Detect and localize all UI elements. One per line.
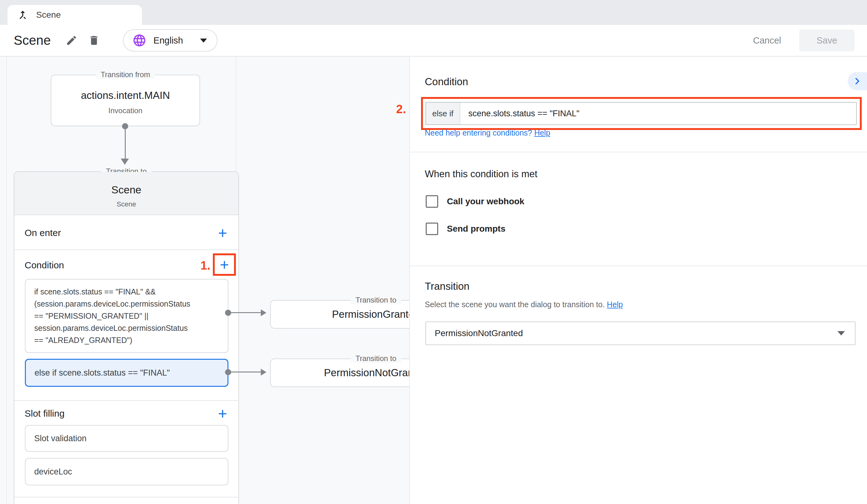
node-permission-not-granted[interactable]: Transition to PermissionNotGranted: [270, 359, 409, 387]
panel-divider: [410, 265, 867, 266]
page-title: Scene: [14, 33, 51, 48]
arrowhead-down-icon: [121, 158, 129, 165]
connector-dot: [225, 369, 231, 375]
prompts-option[interactable]: Send prompts: [426, 223, 505, 235]
annotation-2: 2.: [396, 102, 406, 116]
target-scene-name: PermissionGranted: [332, 308, 409, 320]
condition-item-else-if[interactable]: else if scene.slots.status == "FINAL": [25, 359, 228, 387]
connector-dot: [122, 123, 128, 129]
collapse-panel-button[interactable]: [848, 72, 867, 90]
help-link[interactable]: Help: [534, 129, 550, 137]
connector-line: [231, 372, 262, 372]
connector-line: [231, 312, 262, 313]
add-on-enter-button[interactable]: +: [218, 225, 227, 241]
arrowhead-right-icon: [261, 309, 266, 316]
slot-item-deviceloc[interactable]: deviceLoc: [25, 458, 228, 485]
transition-subtitle: Select the scene you want the dialog to …: [425, 300, 623, 309]
main-area: Transition from actions.intent.MAIN Invo…: [0, 57, 867, 504]
tab-strip: Scene: [0, 0, 867, 25]
cancel-button[interactable]: Cancel: [753, 35, 781, 46]
transition-heading: Transition: [425, 281, 470, 292]
section-divider: [14, 497, 238, 497]
condition-editor: else if scene.slots.status == "FINAL": [425, 102, 857, 125]
slot-filling-label: Slot filling: [24, 408, 64, 419]
annotation-1-box: +: [213, 253, 236, 276]
annotation-1: 1.: [191, 259, 210, 272]
slot-item-label: deviceLoc: [25, 467, 72, 476]
section-divider: [14, 249, 238, 250]
language-label: English: [153, 35, 183, 46]
language-selector[interactable]: English: [123, 29, 217, 52]
checkbox-icon[interactable]: [426, 223, 438, 235]
globe-icon: [132, 33, 147, 47]
conditions-help-line[interactable]: Need help entering conditions? Help: [425, 129, 550, 138]
condition-expression-input[interactable]: scene.slots.status == "FINAL": [460, 102, 856, 124]
slot-item-label: Slot validation: [25, 434, 86, 443]
scene-card-header: Scene Scene: [14, 172, 238, 215]
flow-canvas: Transition from actions.intent.MAIN Invo…: [0, 57, 409, 504]
section-divider: [14, 400, 238, 401]
panel-condition-heading: Condition: [425, 76, 468, 88]
dropdown-caret-icon: [837, 331, 845, 336]
node-legend: Transition to: [350, 354, 401, 363]
node-permission-granted[interactable]: Transition to PermissionGranted: [270, 300, 409, 329]
webhook-option[interactable]: Call your webhook: [426, 195, 524, 208]
scene-card-subtitle: Scene: [14, 200, 238, 208]
edit-scene-button[interactable]: [66, 34, 77, 46]
chevron-down-icon: [200, 39, 207, 43]
header: Scene English Cancel Save: [0, 25, 867, 57]
when-met-heading: When this condition is met: [425, 168, 537, 180]
tab-label: Scene: [36, 10, 61, 20]
target-scene-name: PermissionNotGranted: [324, 367, 409, 379]
intent-type: Invocation: [51, 106, 200, 115]
on-enter-label: On enter: [24, 228, 61, 238]
scene-card[interactable]: Transition to Scene Scene On enter + Con…: [14, 171, 239, 504]
connector-dot: [225, 310, 231, 316]
merge-icon: [17, 9, 29, 21]
condition-else-text: else if scene.slots.status == "FINAL": [26, 367, 170, 379]
delete-scene-button[interactable]: [88, 34, 100, 46]
node-legend: Transition from: [96, 70, 155, 79]
condition-item-if[interactable]: if scene.slots.status == "FINAL" && (ses…: [25, 279, 228, 353]
panel-divider: [410, 152, 867, 152]
connector-line: [125, 129, 126, 159]
node-transition-from[interactable]: Transition from actions.intent.MAIN Invo…: [51, 75, 200, 126]
add-slot-button[interactable]: +: [218, 406, 227, 421]
transition-help-link[interactable]: Help: [607, 300, 623, 309]
intent-name: actions.intent.MAIN: [51, 89, 200, 101]
prompts-option-label: Send prompts: [447, 224, 505, 234]
checkbox-icon[interactable]: [426, 195, 438, 208]
chevron-right-icon: [852, 76, 863, 86]
tab-scene[interactable]: Scene: [8, 5, 142, 25]
node-legend: Transition to: [350, 296, 401, 304]
condition-if-text: if scene.slots.status == "FINAL" && (ses…: [25, 286, 191, 346]
arrowhead-right-icon: [261, 369, 266, 375]
canvas-column-line: [6, 57, 7, 504]
condition-prefix: else if: [426, 102, 460, 124]
transition-scene-value: PermissionNotGranted: [426, 328, 523, 338]
webhook-option-label: Call your webhook: [447, 197, 524, 207]
slot-item-validation[interactable]: Slot validation: [25, 425, 228, 452]
save-button[interactable]: Save: [799, 30, 855, 51]
add-condition-button[interactable]: +: [220, 257, 229, 272]
trash-icon: [88, 34, 100, 46]
pencil-icon: [66, 34, 77, 46]
transition-scene-select[interactable]: PermissionNotGranted: [425, 321, 856, 345]
condition-details-panel: Condition 2. else if scene.slots.status …: [409, 57, 867, 504]
scene-card-title: Scene: [14, 184, 238, 196]
condition-section-label: Condition: [24, 260, 64, 271]
